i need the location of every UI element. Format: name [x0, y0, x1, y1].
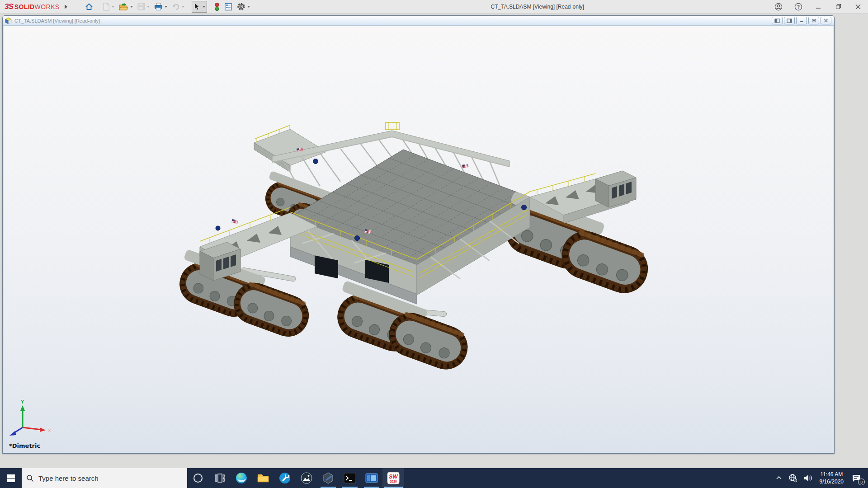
app-titlebar: 3S SOLIDWORKS — [0, 0, 868, 14]
open-folder-icon — [119, 3, 128, 11]
taskbar-admin-tool-button[interactable] — [274, 468, 296, 488]
solidworks-icon: SW 2020 — [387, 472, 400, 484]
command-prompt-icon — [344, 473, 356, 483]
close-button[interactable] — [848, 0, 868, 14]
open-button[interactable] — [117, 1, 135, 13]
minimize-icon — [816, 4, 821, 9]
solidworks-logo: 3S SOLIDWORKS — [5, 2, 59, 11]
nasa-logo-decal — [313, 159, 318, 164]
select-tool-caret-icon — [203, 6, 205, 8]
doc-restore-button[interactable] — [808, 17, 819, 24]
taskbar-icons: SW 2020 — [187, 468, 404, 488]
pane-left-icon — [774, 19, 780, 23]
new-document-icon — [103, 3, 110, 11]
graphics-viewport[interactable]: Y x *Dimetric — [4, 26, 833, 452]
options-caret-icon — [247, 6, 250, 8]
app-window-controls: ? — [769, 0, 868, 14]
pane-right-icon — [787, 19, 792, 23]
select-tool-button[interactable] — [192, 1, 207, 13]
taskbar: SW 2020 — [0, 468, 868, 488]
file-properties-icon — [224, 3, 232, 11]
menu-expand-arrow-icon[interactable] — [65, 5, 67, 9]
options-button[interactable] — [235, 1, 252, 13]
svg-text:2020: 2020 — [390, 480, 397, 483]
undo-button[interactable] — [170, 1, 186, 13]
doc-minimize-icon — [799, 19, 804, 23]
document-titlebar[interactable]: CT_TA.SLDASM [Viewing] [Read-only] — [3, 16, 834, 26]
taskbar-command-prompt-button[interactable] — [339, 468, 361, 488]
taskbar-solidworks-button[interactable]: SW 2020 — [382, 468, 404, 488]
pane-right-button[interactable] — [784, 17, 795, 24]
quick-access-toolbar — [83, 1, 252, 13]
minimize-button[interactable] — [808, 0, 828, 14]
taskbar-task-view-button[interactable] — [209, 468, 231, 488]
globe-no-internet-icon — [788, 474, 797, 483]
taskbar-blue-window-app-button[interactable] — [361, 468, 382, 488]
start-button[interactable] — [0, 468, 22, 488]
file-explorer-icon — [257, 473, 269, 483]
system-tray: 11:46 AM 9/16/2020 3 — [773, 468, 868, 488]
view-orientation-label: *Dimetric — [9, 442, 40, 449]
print-button[interactable] — [152, 1, 169, 13]
select-cursor-icon — [193, 3, 201, 11]
tray-time: 11:46 AM — [820, 471, 844, 478]
close-icon — [855, 4, 861, 9]
help-icon: ? — [794, 3, 802, 11]
taskbar-cortana-button[interactable] — [187, 468, 209, 488]
svg-text:Y: Y — [21, 399, 24, 404]
save-button[interactable] — [136, 1, 151, 13]
speaker-icon — [804, 474, 813, 482]
search-icon — [26, 474, 34, 482]
new-document-button[interactable] — [101, 1, 116, 13]
hexagon-app-icon — [322, 472, 335, 484]
new-document-caret-icon — [112, 6, 114, 8]
svg-text:x: x — [48, 428, 51, 433]
doc-minimize-button[interactable] — [796, 17, 807, 24]
document-window: CT_TA.SLDASM [Viewing] [Read-only] — [2, 15, 835, 454]
orientation-triad: Y x — [9, 399, 51, 436]
svg-text:SW: SW — [389, 474, 398, 480]
traffic-light-icon — [214, 2, 220, 11]
crawler-transporter-model: Y x — [4, 26, 833, 452]
print-icon — [154, 3, 163, 11]
file-properties-button[interactable] — [222, 1, 234, 13]
home-button[interactable] — [83, 1, 95, 13]
taskbar-file-explorer-button[interactable] — [252, 468, 274, 488]
3ds-logo-mark: 3S — [5, 2, 13, 11]
doc-close-button[interactable] — [821, 17, 831, 24]
help-button[interactable]: ? — [788, 0, 808, 14]
taskbar-search[interactable] — [22, 468, 187, 488]
taskbar-edge-button[interactable] — [231, 468, 252, 488]
document-window-controls — [772, 17, 831, 24]
mdi-area: CT_TA.SLDASM [Viewing] [Read-only] — [0, 14, 868, 468]
blue-window-app-icon — [365, 473, 378, 483]
pane-left-button[interactable] — [772, 17, 783, 24]
undo-caret-icon — [182, 6, 184, 8]
save-icon — [137, 3, 145, 10]
assembly-icon — [5, 17, 12, 24]
tray-volume-button[interactable] — [801, 468, 816, 488]
account-icon — [774, 3, 783, 11]
cortana-icon — [193, 473, 203, 483]
doc-close-icon — [824, 19, 828, 23]
restore-button[interactable] — [828, 0, 848, 14]
account-button[interactable] — [769, 0, 788, 14]
taskbar-hexagon-app-button[interactable] — [317, 468, 339, 488]
restore-icon — [835, 4, 841, 9]
save-caret-icon — [147, 6, 150, 8]
interference-check-button[interactable] — [212, 1, 222, 13]
wrench-circle-icon — [278, 472, 291, 484]
photos-icon — [300, 472, 313, 484]
tray-show-hidden-icons-button[interactable] — [773, 468, 785, 488]
open-caret-icon — [130, 6, 133, 8]
home-icon — [85, 2, 94, 11]
action-center-button[interactable]: 3 — [847, 468, 865, 488]
tray-network-button[interactable] — [785, 468, 801, 488]
tray-clock[interactable]: 11:46 AM 9/16/2020 — [816, 471, 847, 485]
right-cab — [595, 171, 636, 207]
tray-date: 9/16/2020 — [820, 478, 844, 485]
gear-icon — [237, 2, 245, 11]
search-input[interactable] — [38, 474, 174, 482]
app-title: CT_TA.SLDASM [Viewing] [Read-only] — [252, 4, 769, 10]
taskbar-photos-button[interactable] — [296, 468, 317, 488]
